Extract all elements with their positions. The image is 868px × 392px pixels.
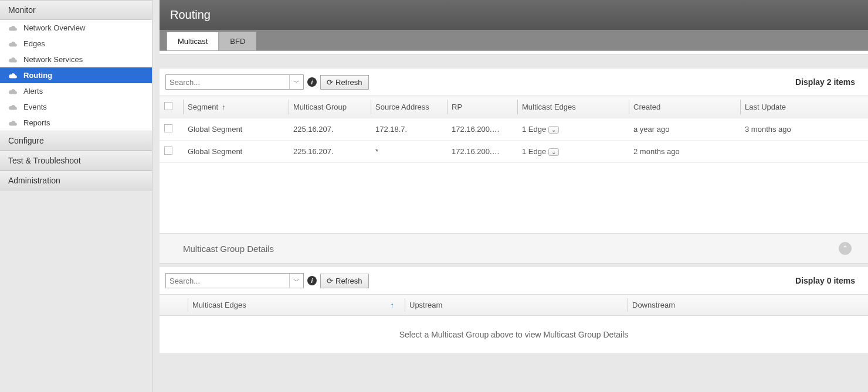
info-icon[interactable]: i <box>307 77 317 87</box>
chevron-down-icon[interactable]: ﹀ <box>289 75 303 89</box>
cloud-icon <box>8 25 18 31</box>
sidebar-item-label: Reports <box>23 118 50 127</box>
sidebar-item-label: Network Overview <box>23 23 85 32</box>
cell-segment: Global Segment <box>183 118 289 141</box>
col-segment[interactable]: Segment↑ <box>183 96 289 118</box>
cloud-icon <box>8 41 18 47</box>
refresh-label: Refresh <box>335 277 362 285</box>
cloud-icon <box>8 120 18 126</box>
main-content: Routing Multicast BFD ﹀ i ⟳ Refresh Disp… <box>152 0 868 392</box>
details-header: Multicast Group Details ⌃ <box>160 233 868 264</box>
sidebar-item-label: Routing <box>23 71 52 80</box>
refresh-icon: ⟳ <box>327 78 333 87</box>
sort-asc-icon: ↑ <box>222 103 226 111</box>
chevron-down-icon[interactable]: ⌄ <box>548 126 559 134</box>
cell-rp: 172.16.200.… <box>447 118 517 141</box>
info-icon[interactable]: i <box>307 276 317 285</box>
search-box[interactable]: ﹀ <box>165 74 304 90</box>
row-checkbox[interactable] <box>164 124 172 132</box>
tab-multicast[interactable]: Multicast <box>167 32 219 50</box>
col-multicast-group[interactable]: Multicast Group <box>289 96 371 118</box>
cell-last-update: 3 months ago <box>740 118 868 141</box>
sidebar-item-label: Edges <box>23 39 45 48</box>
multicast-table: Segment↑ Multicast Group Source Address … <box>160 96 868 163</box>
tab-strip: Multicast BFD <box>160 30 868 51</box>
toolbar-main: ﹀ i ⟳ Refresh Display 2 items <box>160 69 868 96</box>
sidebar-item-events[interactable]: Events <box>0 99 152 115</box>
row-checkbox[interactable] <box>164 146 172 155</box>
details-title: Multicast Group Details <box>183 244 274 254</box>
chevron-down-icon[interactable]: ⌄ <box>548 148 559 156</box>
cell-multicast-group: 225.16.207. <box>289 141 371 163</box>
details-search-box[interactable]: ﹀ <box>165 273 304 288</box>
details-search-input[interactable] <box>166 274 289 288</box>
col-rp[interactable]: RP <box>447 96 517 118</box>
details-empty-message: Select a Multicast Group above to view M… <box>160 316 868 353</box>
refresh-button[interactable]: ⟳ Refresh <box>320 75 369 90</box>
sort-asc-icon: ↑ <box>391 301 401 309</box>
col-details-downstream[interactable]: Downstream <box>628 295 868 316</box>
sidebar-item-alerts[interactable]: Alerts <box>0 83 152 99</box>
details-display-count: Display 0 items <box>795 276 862 285</box>
refresh-icon: ⟳ <box>327 277 333 285</box>
details-refresh-button[interactable]: ⟳ Refresh <box>320 274 369 288</box>
sidebar-section-test-troubleshoot[interactable]: Test & Troubleshoot <box>0 151 152 171</box>
col-created[interactable]: Created <box>629 96 740 118</box>
sidebar-item-edges[interactable]: Edges <box>0 36 152 52</box>
cell-multicast-edges: 1 Edge⌄ <box>517 118 629 141</box>
cell-created: 2 months ago <box>629 141 740 163</box>
cloud-icon <box>8 88 18 94</box>
page-title: Routing <box>160 0 868 30</box>
cloud-icon <box>8 73 18 79</box>
chevron-down-icon[interactable]: ﹀ <box>289 274 303 288</box>
cell-rp: 172.16.200.… <box>447 141 517 163</box>
col-last-update[interactable]: Last Update <box>740 96 868 118</box>
cloud-icon <box>8 104 18 110</box>
sidebar-section-monitor[interactable]: Monitor <box>0 0 152 20</box>
cell-multicast-edges: 1 Edge⌄ <box>517 141 629 163</box>
sidebar-section-configure[interactable]: Configure <box>0 131 152 151</box>
cloud-icon <box>8 57 18 63</box>
col-details-upstream[interactable]: Upstream <box>405 295 628 316</box>
sidebar-section-administration[interactable]: Administration <box>0 171 152 190</box>
cell-multicast-group: 225.16.207. <box>289 118 371 141</box>
cell-source-address: * <box>371 141 447 163</box>
cell-segment: Global Segment <box>183 141 289 163</box>
sidebar-item-routing[interactable]: Routing <box>0 67 152 83</box>
search-input[interactable] <box>166 76 289 89</box>
table-row[interactable]: Global Segment 225.16.207. * 172.16.200.… <box>160 141 868 163</box>
table-row[interactable]: Global Segment 225.16.207. 172.18.7. 172… <box>160 118 868 141</box>
sidebar-item-label: Events <box>23 103 47 111</box>
cell-last-update <box>740 141 868 163</box>
sidebar-item-network-services[interactable]: Network Services <box>0 52 152 67</box>
cell-source-address: 172.18.7. <box>371 118 447 141</box>
display-count: Display 2 items <box>795 77 862 87</box>
sidebar-item-label: Alerts <box>23 87 43 96</box>
sidebar: Monitor Network Overview Edges Network S… <box>0 0 152 392</box>
toolbar-details: ﹀ i ⟳ Refresh Display 0 items <box>160 267 868 294</box>
collapse-icon[interactable]: ⌃ <box>839 242 852 255</box>
cell-created: a year ago <box>629 118 740 141</box>
sidebar-item-network-overview[interactable]: Network Overview <box>0 20 152 36</box>
col-multicast-edges[interactable]: Multicast Edges <box>517 96 629 118</box>
sidebar-item-reports[interactable]: Reports <box>0 115 152 131</box>
select-all-checkbox[interactable] <box>164 102 172 110</box>
sidebar-item-label: Network Services <box>23 55 83 64</box>
refresh-label: Refresh <box>335 78 362 87</box>
details-table: Multicast Edges↑ Upstream Downstream <box>160 294 868 316</box>
tab-bfd[interactable]: BFD <box>219 32 256 50</box>
col-source-address[interactable]: Source Address <box>371 96 447 118</box>
col-details-multicast-edges[interactable]: Multicast Edges↑ <box>188 295 405 316</box>
